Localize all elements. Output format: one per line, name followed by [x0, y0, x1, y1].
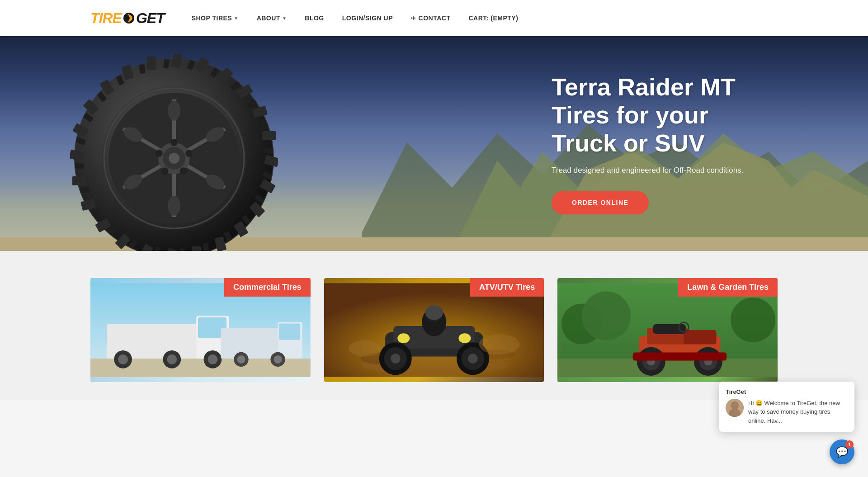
- logo-get: GET: [136, 10, 165, 27]
- hero-content: Terra Raider MT Tires for your Truck or …: [552, 73, 778, 214]
- svg-rect-121: [684, 330, 717, 345]
- hero-title: Terra Raider MT Tires for your Truck or …: [552, 73, 778, 157]
- nav-contact[interactable]: ✈ CONTACT: [411, 14, 450, 22]
- svg-point-103: [425, 305, 443, 320]
- shop-tires-dropdown-icon: ▼: [234, 16, 238, 21]
- logo-moon-icon: [123, 12, 135, 24]
- logo-tire: TIRE: [90, 10, 122, 27]
- category-card-lawn[interactable]: Lawn & Garden Tires: [557, 278, 778, 382]
- category-card-atv[interactable]: ATV/UTV Tires: [324, 278, 544, 382]
- chat-message-row: Hi 😀 Welcome to TireGet, the new way to …: [726, 399, 848, 401]
- nav-login[interactable]: LOGIN/SIGN UP: [342, 14, 393, 22]
- chat-avatar: [726, 399, 744, 401]
- svg-rect-88: [279, 324, 300, 340]
- about-dropdown-icon: ▼: [282, 16, 287, 21]
- svg-rect-118: [557, 359, 778, 377]
- svg-point-64: [168, 196, 180, 216]
- main-nav: SHOP TIRES ▼ ABOUT ▼ BLOG LOGIN/SIGN UP …: [192, 14, 519, 22]
- svg-point-85: [208, 354, 218, 364]
- svg-point-110: [397, 333, 410, 343]
- svg-point-90: [237, 355, 245, 364]
- svg-point-116: [582, 291, 631, 340]
- svg-point-61: [168, 101, 180, 121]
- svg-point-81: [118, 354, 128, 364]
- nav-about[interactable]: ABOUT ▼: [257, 14, 287, 22]
- hero-section: Terra Raider MT Tires for your Truck or …: [0, 36, 868, 251]
- svg-point-131: [726, 399, 744, 401]
- nav-blog[interactable]: BLOG: [305, 14, 324, 22]
- tire-svg: [70, 54, 278, 251]
- contact-plane-icon: ✈: [411, 15, 416, 22]
- nav-cart[interactable]: CART: (EMPTY): [468, 14, 518, 22]
- svg-rect-122: [653, 324, 686, 334]
- categories-section: Commercial Tires: [0, 251, 868, 400]
- svg-point-112: [349, 340, 381, 357]
- commercial-label: Commercial Tires: [224, 278, 311, 297]
- logo[interactable]: TIRE GET: [90, 10, 165, 27]
- svg-point-111: [458, 333, 471, 343]
- svg-rect-13: [262, 131, 276, 140]
- chat-brand: TireGet: [726, 388, 848, 395]
- svg-point-117: [731, 298, 775, 342]
- svg-point-0: [123, 13, 134, 24]
- svg-point-113: [479, 334, 519, 354]
- svg-point-106: [391, 354, 401, 364]
- chat-message-text: Hi 😀 Welcome to TireGet, the new way to …: [748, 399, 848, 401]
- category-card-commercial[interactable]: Commercial Tires: [90, 278, 311, 382]
- header: TIRE GET SHOP TIRES ▼ ABOUT ▼ BLOG LOGIN…: [0, 0, 868, 36]
- lawn-label: Lawn & Garden Tires: [678, 278, 778, 297]
- svg-rect-25: [72, 176, 86, 185]
- svg-point-83: [167, 354, 177, 364]
- svg-point-109: [468, 354, 478, 364]
- svg-point-69: [169, 153, 179, 164]
- svg-rect-19: [192, 246, 201, 251]
- chat-avatar-svg: [726, 399, 744, 401]
- svg-rect-7: [147, 57, 156, 70]
- hero-subtitle: Tread designed and engineered for Off-Ro…: [552, 166, 778, 175]
- hero-tire: [68, 52, 280, 251]
- svg-rect-130: [633, 353, 726, 361]
- nav-shop-tires[interactable]: SHOP TIRES ▼: [192, 14, 239, 22]
- atv-label: ATV/UTV Tires: [470, 278, 544, 297]
- chat-popup: TireGet Hi 😀 Welcome to TireGet, the new…: [719, 382, 854, 401]
- order-online-button[interactable]: ORDER ONLINE: [552, 191, 649, 214]
- svg-point-70: [170, 139, 178, 146]
- svg-point-92: [274, 355, 282, 364]
